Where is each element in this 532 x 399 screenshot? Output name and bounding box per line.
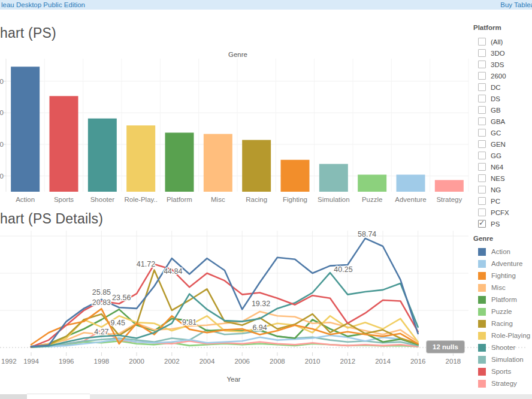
sheet-tab-left[interactable]: [0, 394, 27, 399]
legend-item-label: Shooter: [491, 344, 515, 351]
platform-option-gc[interactable]: GC: [478, 127, 509, 138]
legend-item-racing[interactable]: Racing: [478, 318, 530, 330]
legend-item-sports[interactable]: Sports: [478, 365, 530, 377]
x-tick-label: 2012: [340, 358, 356, 365]
platform-option-label: DS: [491, 95, 500, 102]
checkbox-icon[interactable]: [478, 83, 486, 91]
null-indicator-badge[interactable]: 12 nulls: [427, 341, 464, 353]
platform-option-nes[interactable]: NES: [478, 173, 509, 184]
legend-item-action[interactable]: Action: [478, 246, 530, 258]
checkbox-icon[interactable]: [478, 72, 486, 80]
platform-option-label: GG: [491, 152, 501, 159]
y-tick-label-clipped: 0: [0, 173, 4, 180]
series-line-shooter[interactable]: [31, 273, 418, 347]
platform-option-label: NG: [491, 186, 501, 194]
platform-option-label: (All): [491, 38, 503, 46]
legend-item-label: Adventure: [491, 260, 522, 267]
x-tick-label: 1996: [59, 358, 74, 365]
checkbox-checked-icon[interactable]: [478, 220, 486, 228]
checkbox-icon[interactable]: [478, 129, 486, 137]
bar-adventure[interactable]: [397, 175, 425, 192]
checkbox-icon[interactable]: [478, 208, 486, 216]
platform-option-gg[interactable]: GG: [478, 150, 509, 161]
bar-sports[interactable]: [50, 96, 78, 192]
x-tick-label: 2004: [200, 358, 215, 365]
legend-swatch-icon: [478, 380, 486, 388]
bar-category-label: Puzzle: [362, 196, 383, 203]
bar-chart-column-header: Genre: [208, 51, 268, 58]
platform-option-pcfx[interactable]: PCFX: [478, 207, 509, 218]
bar-fighting[interactable]: [281, 160, 310, 192]
legend-swatch-icon: [478, 320, 486, 328]
platform-option-ng[interactable]: NG: [478, 184, 509, 195]
platform-option-label: 3DS: [491, 61, 504, 68]
bar-roleplay[interactable]: [126, 125, 155, 192]
platform-option-all[interactable]: (All): [478, 36, 509, 47]
line-chart-canvas: 1992199419961998200020022004200620082010…: [0, 231, 532, 383]
legend-item-misc[interactable]: Misc: [478, 282, 530, 294]
mark-label-annotation: 19.32: [252, 300, 270, 308]
legend-item-adventure[interactable]: Adventure: [478, 258, 530, 270]
checkbox-icon[interactable]: [478, 197, 486, 205]
bar-shooter[interactable]: [88, 119, 117, 192]
checkbox-icon[interactable]: [478, 117, 486, 125]
platform-option-pc[interactable]: PC: [478, 195, 509, 207]
bar-action[interactable]: [11, 66, 40, 192]
platform-option-gba[interactable]: GBA: [478, 116, 509, 127]
bar-racing[interactable]: [242, 140, 271, 192]
platform-filter-title: Platform: [473, 24, 501, 31]
platform-option-gen[interactable]: GEN: [478, 138, 509, 150]
x-tick-label: 2006: [234, 358, 250, 365]
platform-option-2600[interactable]: 2600: [478, 70, 509, 81]
legend-item-puzzle[interactable]: Puzzle: [478, 306, 530, 318]
legend-item-label: Racing: [491, 320, 513, 327]
platform-option-ds[interactable]: DS: [478, 93, 509, 104]
platform-option-label: GC: [491, 129, 501, 137]
bar-category-label: Role-Play..: [124, 196, 157, 203]
buy-tableau-link[interactable]: Buy Tablea: [500, 1, 532, 8]
mark-label-annotation: 40.25: [334, 265, 352, 274]
bar-simulation[interactable]: [319, 164, 348, 192]
bar-category-label: Racing: [246, 196, 267, 203]
bar-platform[interactable]: [165, 132, 194, 192]
checkbox-icon[interactable]: [478, 163, 486, 171]
platform-option-label: 2600: [491, 72, 506, 80]
legend-item-roleplaying[interactable]: Role-Playing: [478, 330, 530, 341]
platform-option-label: N64: [491, 164, 503, 171]
checkbox-icon[interactable]: [478, 140, 486, 148]
sheet-tab-active[interactable]: [27, 394, 90, 399]
legend-item-label: Simulation: [491, 356, 524, 363]
checkbox-icon[interactable]: [478, 174, 486, 182]
legend-swatch-icon: [478, 344, 486, 352]
legend-item-shooter[interactable]: Shooter: [478, 341, 530, 353]
platform-option-n64[interactable]: N64: [478, 161, 509, 173]
legend-item-platform[interactable]: Platform: [478, 294, 530, 306]
x-tick-label: 2014: [375, 358, 391, 365]
checkbox-icon[interactable]: [478, 38, 486, 46]
bar-strategy[interactable]: [435, 180, 464, 192]
platform-option-3do[interactable]: 3DO: [478, 47, 509, 59]
platform-option-3ds[interactable]: 3DS: [478, 59, 509, 70]
platform-option-dc[interactable]: DC: [478, 81, 509, 93]
checkbox-icon[interactable]: [478, 152, 486, 159]
checkbox-icon[interactable]: [478, 106, 486, 114]
checkbox-icon[interactable]: [478, 95, 486, 102]
mark-label-annotation: 41.72: [137, 260, 155, 268]
checkbox-icon[interactable]: [478, 49, 486, 57]
legend-item-simulation[interactable]: Simulation: [478, 353, 530, 365]
platform-option-ps[interactable]: PS: [478, 218, 509, 229]
bar-chart-title: hart (PS): [0, 25, 56, 41]
checkbox-icon[interactable]: [478, 61, 486, 68]
bar-puzzle[interactable]: [358, 175, 386, 192]
legend-item-label: Platform: [491, 296, 517, 303]
legend-item-fighting[interactable]: Fighting: [478, 270, 530, 282]
bar-misc[interactable]: [204, 134, 232, 192]
legend-swatch-icon: [478, 332, 486, 340]
legend-item-strategy[interactable]: Strategy: [478, 377, 530, 389]
bar-category-label: Action: [16, 196, 35, 203]
legend-item-label: Action: [491, 248, 510, 255]
checkbox-icon[interactable]: [478, 186, 486, 194]
platform-filter-list: (All)3DO3DS2600DCDSGBGBAGCGENGGN64NESNGP…: [478, 36, 509, 229]
platform-option-gb[interactable]: GB: [478, 104, 509, 116]
platform-option-label: PS: [491, 220, 500, 228]
